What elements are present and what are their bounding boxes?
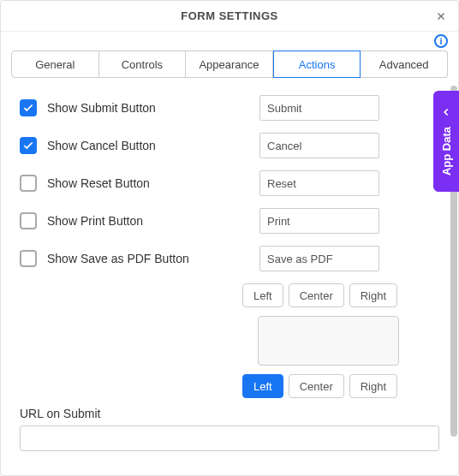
url-submit-label: URL on Submit: [20, 407, 439, 420]
label-pdf: Show Save as PDF Button: [47, 252, 189, 265]
alignment-group-2: Left Center Right: [242, 374, 439, 398]
label-reset: Show Reset Button: [47, 176, 150, 190]
option-row-cancel: Show Cancel Button: [20, 133, 439, 158]
check-icon: [22, 140, 34, 152]
tabs: General Controls Appearance Actions Adva…: [1, 51, 458, 86]
chevron-left-icon: [440, 106, 452, 118]
input-pdf-text[interactable]: [259, 246, 379, 271]
option-row-pdf: Show Save as PDF Button: [20, 246, 439, 271]
align1-center[interactable]: Center: [289, 283, 344, 307]
input-print-text[interactable]: [259, 208, 379, 234]
align1-right[interactable]: Right: [349, 283, 397, 307]
checkbox-submit[interactable]: [20, 99, 37, 116]
align2-right[interactable]: Right: [349, 374, 397, 398]
info-row: i: [1, 32, 458, 51]
check-icon: [22, 102, 34, 114]
form-settings-modal: FORM SETTINGS i General Controls Appeara…: [0, 0, 459, 476]
input-cancel-text[interactable]: [259, 133, 379, 158]
app-data-side-tab[interactable]: App Data: [433, 91, 459, 192]
input-submit-text[interactable]: [259, 95, 379, 121]
close-button[interactable]: [432, 8, 450, 25]
input-reset-text[interactable]: [259, 170, 379, 196]
option-row-submit: Show Submit Button: [20, 95, 439, 121]
info-icon[interactable]: i: [434, 34, 448, 48]
label-submit: Show Submit Button: [47, 101, 156, 115]
modal-header: FORM SETTINGS: [1, 1, 458, 32]
align1-left[interactable]: Left: [242, 283, 283, 307]
tab-actions[interactable]: Actions: [273, 51, 361, 78]
tab-content: Show Submit Button Show Cancel Button Sh…: [1, 86, 458, 475]
modal-title: FORM SETTINGS: [181, 9, 277, 22]
alignment-group-1: Left Center Right: [242, 283, 439, 307]
checkbox-reset[interactable]: [20, 175, 37, 192]
close-icon: [435, 10, 447, 22]
label-cancel: Show Cancel Button: [47, 139, 156, 152]
url-submit-input[interactable]: [20, 425, 439, 451]
tab-general[interactable]: General: [11, 51, 99, 78]
tab-controls[interactable]: Controls: [99, 51, 187, 78]
option-row-reset: Show Reset Button: [20, 170, 439, 196]
checkbox-print[interactable]: [20, 212, 37, 229]
label-print: Show Print Button: [47, 214, 143, 228]
alignment-preview: [258, 316, 399, 366]
app-data-label: App Data: [440, 127, 453, 176]
tab-advanced[interactable]: Advanced: [361, 51, 448, 78]
checkbox-pdf[interactable]: [20, 250, 37, 267]
checkbox-cancel[interactable]: [20, 137, 37, 154]
align2-left[interactable]: Left: [242, 374, 283, 398]
tab-appearance[interactable]: Appearance: [186, 51, 273, 78]
align2-center[interactable]: Center: [289, 374, 344, 398]
option-row-print: Show Print Button: [20, 208, 439, 234]
